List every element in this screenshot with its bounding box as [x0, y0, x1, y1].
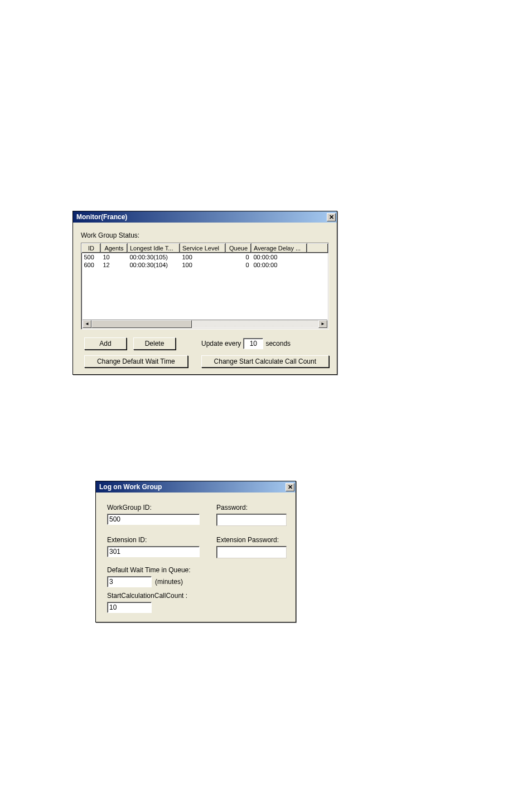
extension-password-input[interactable] — [216, 546, 287, 558]
col-tail-header[interactable] — [307, 244, 328, 253]
delete-button[interactable]: Delete — [133, 337, 176, 350]
update-interval-input[interactable] — [243, 338, 263, 349]
password-input[interactable] — [216, 514, 287, 526]
scroll-left-icon[interactable]: ◄ — [83, 320, 91, 328]
table-row[interactable]: 600 12 00:00:30(104) 100 0 00:00:00 — [82, 261, 328, 269]
extension-id-input[interactable] — [107, 546, 200, 557]
change-default-wait-time-button[interactable]: Change Default Wait Time — [84, 355, 188, 368]
col-queue-header[interactable]: Queue — [226, 244, 252, 253]
seconds-label: seconds — [265, 340, 291, 347]
cell-lit: 00:00:30(104) — [128, 261, 180, 269]
workgroup-status-list[interactable]: ID Agents Longest Idle T... Service Leve… — [81, 243, 329, 330]
cell-sl: 100 — [180, 253, 226, 261]
monitor-row2: Change Default Wait Time Change Start Ca… — [81, 355, 329, 368]
col-average-delay-header[interactable]: Average Delay ... — [252, 244, 307, 253]
minutes-label: (minutes) — [155, 578, 183, 586]
logon-body: WorkGroup ID: Password: Extension ID: Ex… — [96, 493, 296, 622]
password-label: Password: — [216, 504, 287, 511]
monitor-body: Work Group Status: ID Agents Longest Idl… — [73, 223, 337, 374]
extension-id-label: Extension ID: — [107, 536, 200, 544]
change-start-calculate-call-count-button[interactable]: Change Start Calculate Call Count — [201, 355, 329, 368]
default-wait-input[interactable] — [107, 576, 152, 587]
workgroup-table: ID Agents Longest Idle T... Service Leve… — [81, 243, 328, 269]
col-agents-header[interactable]: Agents — [101, 244, 128, 253]
cell-id: 500 — [82, 253, 101, 261]
cell-agents: 12 — [101, 261, 128, 269]
start-calc-label: StartCalculationCallCount : — [107, 592, 287, 600]
col-service-level-header[interactable]: Service Level — [180, 244, 226, 253]
default-wait-label: Default Wait Time in Queue: — [107, 566, 287, 574]
cell-queue: 0 — [226, 261, 252, 269]
cell-sl: 100 — [180, 261, 226, 269]
monitor-row1: Add Delete Update every seconds — [81, 337, 329, 350]
monitor-titlebar[interactable]: Monitor(France) ✕ — [73, 211, 337, 223]
extension-password-label: Extension Password: — [216, 536, 287, 544]
close-icon[interactable]: ✕ — [286, 483, 294, 491]
workgroup-id-input[interactable] — [107, 514, 200, 525]
cell-id: 600 — [82, 261, 101, 269]
add-button[interactable]: Add — [84, 337, 127, 350]
scroll-thumb[interactable] — [91, 320, 192, 328]
scroll-track[interactable] — [91, 320, 318, 328]
horizontal-scrollbar[interactable]: ◄ ► — [83, 320, 327, 328]
cell-lit: 00:00:30(105) — [128, 253, 180, 261]
logon-title-text: Log on Work Group — [99, 483, 162, 491]
close-icon[interactable]: ✕ — [327, 213, 336, 221]
listview-inner: ID Agents Longest Idle T... Service Leve… — [81, 243, 328, 320]
logon-dialog: Log on Work Group ✕ WorkGroup ID: Passwo… — [95, 481, 296, 622]
cell-ad: 00:00:00 — [252, 253, 307, 261]
update-every-label: Update every — [201, 340, 241, 347]
scroll-right-icon[interactable]: ► — [318, 320, 327, 328]
col-id-header[interactable]: ID — [82, 244, 101, 253]
workgroup-id-label: WorkGroup ID: — [107, 504, 200, 511]
monitor-title-text: Monitor(France) — [76, 213, 127, 221]
monitor-dialog: Monitor(France) ✕ Work Group Status: ID … — [72, 211, 337, 375]
logon-titlebar[interactable]: Log on Work Group ✕ — [96, 481, 296, 493]
workgroup-status-label: Work Group Status: — [81, 231, 329, 239]
cell-queue: 0 — [226, 253, 252, 261]
cell-ad: 00:00:00 — [252, 261, 307, 269]
start-calc-input[interactable] — [107, 602, 152, 613]
table-header-row: ID Agents Longest Idle T... Service Leve… — [82, 244, 328, 253]
table-row[interactable]: 500 10 00:00:30(105) 100 0 00:00:00 — [82, 253, 328, 261]
col-longest-idle-header[interactable]: Longest Idle T... — [128, 244, 180, 253]
cell-agents: 10 — [101, 253, 128, 261]
